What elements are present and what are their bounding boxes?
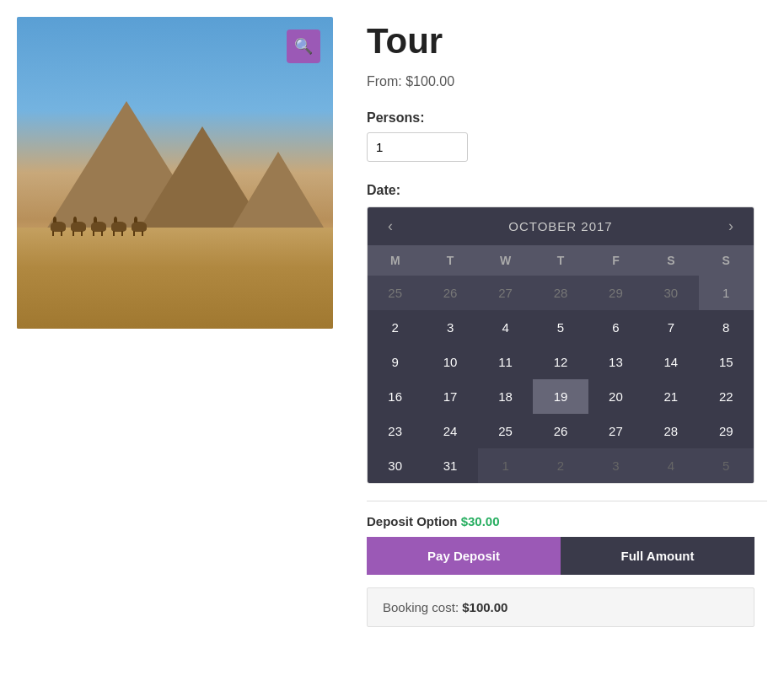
zoom-icon: 🔍 (294, 37, 313, 56)
camel (71, 222, 86, 232)
calendar-day[interactable]: 1 (699, 276, 754, 310)
calendar-day[interactable]: 25 (478, 414, 533, 448)
weekday-mon: M (368, 245, 422, 276)
calendar-day[interactable]: 5 (533, 310, 588, 345)
camel (132, 222, 147, 232)
calendar-day[interactable]: 28 (533, 276, 588, 310)
calendar-day[interactable]: 30 (643, 276, 698, 310)
tour-image-section: 🔍 (17, 17, 333, 627)
zoom-button[interactable]: 🔍 (287, 29, 320, 63)
calendar-month-title: OCTOBER 2017 (508, 219, 612, 233)
calendar-day[interactable]: 30 (368, 448, 422, 483)
calendar-day[interactable]: 4 (643, 448, 698, 483)
calendar-day[interactable]: 9 (368, 345, 422, 379)
calendar-day[interactable]: 16 (368, 379, 422, 414)
calendar-day[interactable]: 23 (368, 414, 422, 448)
calendar-day[interactable]: 26 (422, 276, 477, 310)
prev-month-button[interactable]: ‹ (381, 217, 400, 235)
calendar-day[interactable]: 7 (643, 310, 698, 345)
product-section: Tour From: $100.00 Persons: Date: ‹ OCTO… (367, 17, 767, 627)
calendar-day[interactable]: 22 (699, 379, 754, 414)
calendar-day[interactable]: 20 (588, 379, 643, 414)
camel (51, 222, 66, 232)
booking-cost-value: $100.00 (462, 600, 507, 614)
calendar-day[interactable]: 25 (368, 276, 422, 310)
tour-image (17, 17, 333, 329)
calendar-day[interactable]: 8 (699, 310, 754, 345)
deposit-label: Deposit Option $30.00 (367, 514, 767, 528)
weekday-sun: S (699, 245, 754, 276)
calendar-day[interactable]: 1 (478, 448, 533, 483)
calendar-weekdays: M T W T F S S (368, 245, 754, 276)
calendar-day[interactable]: 29 (588, 276, 643, 310)
sand-ground (17, 228, 333, 329)
calendar-day[interactable]: 13 (588, 345, 643, 379)
weekday-sat: S (643, 245, 698, 276)
calendar-day[interactable]: 17 (422, 379, 477, 414)
calendar-day[interactable]: 4 (478, 310, 533, 345)
booking-cost-label: Booking cost: (383, 600, 459, 614)
tour-title: Tour (367, 21, 767, 62)
calendar-day[interactable]: 5 (699, 448, 754, 483)
calendar: ‹ OCTOBER 2017 › M T W T F S S 252627282… (367, 206, 754, 484)
camel (111, 222, 126, 232)
calendar-day[interactable]: 6 (588, 310, 643, 345)
date-label: Date: (367, 183, 767, 198)
weekday-tue: T (422, 245, 477, 276)
calendar-day[interactable]: 3 (588, 448, 643, 483)
weekday-wed: W (478, 245, 533, 276)
camel (91, 222, 106, 232)
pay-deposit-button[interactable]: Pay Deposit (367, 537, 561, 575)
calendar-day[interactable]: 26 (533, 414, 588, 448)
deposit-amount: $30.00 (461, 514, 500, 528)
calendar-day[interactable]: 2 (533, 448, 588, 483)
calendar-day[interactable]: 24 (422, 414, 477, 448)
calendar-day[interactable]: 21 (643, 379, 698, 414)
calendar-day[interactable]: 10 (422, 345, 477, 379)
calendar-day[interactable]: 31 (422, 448, 477, 483)
calendar-day[interactable]: 12 (533, 345, 588, 379)
camel-group (51, 222, 147, 232)
persons-input[interactable] (367, 132, 468, 162)
calendar-day[interactable]: 2 (368, 310, 422, 345)
weekday-thu: T (533, 245, 588, 276)
divider (367, 501, 767, 501)
pyramid-small (228, 152, 329, 236)
calendar-day[interactable]: 27 (588, 414, 643, 448)
calendar-grid: 2526272829301234567891011121314151617181… (368, 276, 754, 483)
calendar-day[interactable]: 11 (478, 345, 533, 379)
calendar-day[interactable]: 14 (643, 345, 698, 379)
pay-buttons: Pay Deposit Full Amount (367, 537, 754, 575)
calendar-day[interactable]: 28 (643, 414, 698, 448)
next-month-button[interactable]: › (722, 217, 740, 235)
calendar-day[interactable]: 3 (422, 310, 477, 345)
calendar-day[interactable]: 27 (478, 276, 533, 310)
persons-label: Persons: (367, 110, 767, 126)
calendar-day[interactable]: 29 (699, 414, 754, 448)
calendar-day[interactable]: 18 (478, 379, 533, 414)
booking-cost-box: Booking cost: $100.00 (367, 587, 754, 627)
weekday-fri: F (588, 245, 643, 276)
calendar-header: ‹ OCTOBER 2017 › (368, 207, 754, 245)
from-price: From: $100.00 (367, 74, 767, 89)
full-amount-button[interactable]: Full Amount (561, 537, 754, 575)
calendar-day[interactable]: 15 (699, 345, 754, 379)
calendar-day[interactable]: 19 (533, 379, 588, 414)
